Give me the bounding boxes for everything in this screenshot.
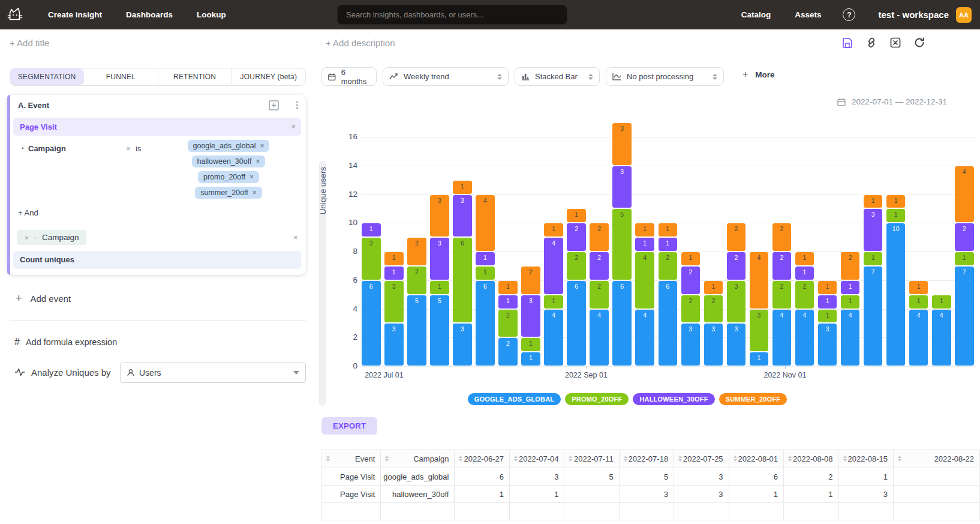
filter-value-tag[interactable]: google_ads_global× (188, 140, 270, 152)
table-column-header[interactable]: 2022-08-08 (784, 450, 838, 468)
date-period-button[interactable]: 6 months (321, 67, 377, 86)
close-insight-icon[interactable] (889, 37, 901, 49)
post-processing-select[interactable]: No post processing (606, 67, 724, 86)
filter-value-tag[interactable]: promo_20off× (198, 171, 259, 183)
event-menu-icon[interactable]: ⋮ (293, 100, 302, 110)
event-select-row[interactable]: Page Visit × (13, 118, 301, 136)
bar-segment-halloween_30off: 2 (955, 223, 974, 251)
save-icon[interactable] (841, 37, 853, 49)
analyze-by-select[interactable]: Users (120, 363, 306, 383)
legend-item-halloween_30off[interactable]: HALLOWEEN_30OFF (633, 393, 714, 405)
bar-segment-value: 7 (864, 268, 883, 276)
refresh-icon[interactable] (913, 37, 925, 49)
table-cell: 6 (729, 468, 783, 486)
table-column-header[interactable]: 2022-06-27 (455, 450, 509, 468)
sort-icon[interactable] (734, 456, 737, 462)
sort-icon[interactable] (788, 456, 792, 462)
add-event-button[interactable]: + Add event (16, 292, 71, 305)
table-column-header[interactable]: 2022-07-18 (619, 450, 674, 468)
sort-icon[interactable] (569, 456, 572, 462)
table-column-header[interactable]: 2022-07-25 (674, 450, 729, 468)
legend-item-google_ads_global[interactable]: GOOGLE_ADS_GLOBAL (468, 393, 561, 405)
share-link-icon[interactable] (865, 37, 877, 49)
legend-item-summer_20off[interactable]: SUMMER_20OFF (719, 393, 787, 405)
nav-item-dashboards[interactable]: Dashboards (126, 10, 173, 19)
column-header-label: Campaign (413, 454, 449, 463)
bar-segment-value: 2 (567, 254, 586, 261)
remove-filter-icon[interactable]: × (126, 144, 131, 153)
nav-item-catalog[interactable]: Catalog (741, 10, 771, 19)
sort-icon[interactable] (898, 456, 901, 462)
add-filter-icon[interactable] (269, 100, 279, 110)
table-cell (729, 503, 783, 520)
sort-icon[interactable] (514, 456, 518, 462)
bar-segment-promo_20off: 2 (659, 252, 678, 280)
bar-segment-value: 2 (795, 283, 814, 290)
remove-value-icon[interactable]: × (249, 173, 254, 181)
remove-event-icon[interactable]: × (291, 122, 296, 131)
workspace-name[interactable]: test - workspace (878, 10, 949, 20)
tab-retention[interactable]: RETENTION (158, 68, 232, 85)
bar-segment-promo_20off: 2 (567, 252, 586, 280)
app-logo-cat-icon[interactable] (6, 6, 24, 24)
remove-breakdown-icon[interactable]: × (25, 234, 28, 241)
trend-select[interactable]: Weekly trend (383, 67, 509, 86)
user-avatar[interactable]: AA (956, 7, 972, 23)
bar-segment-value: 3 (430, 239, 449, 247)
sort-icon[interactable] (385, 456, 389, 462)
table-column-header[interactable]: 2022-08-15 (838, 450, 893, 468)
clear-breakdown-icon[interactable]: × (293, 233, 298, 242)
table-row: Page Visitgoogle_ads_global63553621 (322, 468, 980, 486)
aggregation-row[interactable]: Count uniques (13, 251, 301, 269)
legend-item-promo_20off[interactable]: PROMO_20OFF (565, 393, 629, 405)
add-and-condition-button[interactable]: + And (18, 208, 38, 217)
filter-property[interactable]: Campaign (28, 144, 66, 153)
table-column-header[interactable]: Event (322, 450, 381, 468)
nav-item-lookup[interactable]: Lookup (197, 10, 226, 19)
breakdown-pill[interactable]: × · Campaign (17, 230, 86, 245)
add-title-button[interactable]: + Add title (10, 38, 49, 48)
chart-type-select[interactable]: Stacked Bar (515, 67, 600, 86)
tab-segmentation[interactable]: SEGMENTATION (10, 68, 84, 85)
event-name[interactable]: Page Visit (20, 122, 57, 131)
bar-segment-summer_20off: 1 (567, 209, 586, 222)
help-icon[interactable]: ? (843, 8, 855, 21)
table-column-header[interactable]: Campaign (381, 450, 455, 468)
tab-journey-beta-[interactable]: JOURNEY (beta) (232, 68, 305, 85)
filter-value-tag[interactable]: summer_20off× (195, 187, 262, 199)
date-range-display[interactable]: 2022-07-01 — 2022-12-31 (837, 97, 947, 106)
nav-item-assets[interactable]: Assets (795, 10, 821, 19)
nav-item-create-insight[interactable]: Create insight (48, 10, 102, 19)
search-input[interactable] (337, 5, 567, 25)
person-icon (127, 369, 135, 377)
table-column-header[interactable]: 2022-08-01 (729, 450, 783, 468)
sort-icon[interactable] (843, 456, 847, 462)
bar-segment-value: 6 (476, 283, 495, 290)
table-column-header[interactable]: 2022-07-11 (564, 450, 619, 468)
filter-value-tag[interactable]: halloween_30off× (192, 155, 266, 167)
y-axis-tick-label: 12 (333, 190, 357, 199)
add-description-button[interactable]: + Add description (326, 38, 395, 48)
bar-segment-summer_20off: 4 (476, 195, 495, 251)
export-button[interactable]: EXPORT (321, 417, 377, 435)
remove-value-icon[interactable]: × (260, 142, 264, 150)
filter-value-text: google_ads_global (193, 142, 256, 150)
remove-value-icon[interactable]: × (252, 188, 257, 197)
remove-value-icon[interactable]: × (255, 157, 260, 166)
bar-segment-value: 4 (841, 312, 860, 319)
add-formula-button[interactable]: # Add formula expression (14, 337, 117, 348)
filter-operator[interactable]: is (136, 144, 141, 153)
table-column-header[interactable]: 2022-07-04 (509, 450, 564, 468)
sort-icon[interactable] (459, 456, 462, 462)
gridline (360, 137, 976, 137)
bar-segment-google_ads_global: 4 (909, 310, 928, 366)
y-axis-tick-label: 14 (333, 161, 357, 170)
table-column-header[interactable]: 2022-08-22 (894, 450, 980, 468)
breakdown-property: Campaign (42, 233, 79, 242)
sort-icon[interactable] (678, 456, 682, 462)
more-button[interactable]: + More (742, 69, 775, 80)
sort-icon[interactable] (624, 456, 627, 462)
bar-segment-summer_20off: 1 (453, 181, 472, 194)
sort-icon[interactable] (326, 456, 330, 462)
tab-funnel[interactable]: FUNNEL (84, 68, 158, 85)
